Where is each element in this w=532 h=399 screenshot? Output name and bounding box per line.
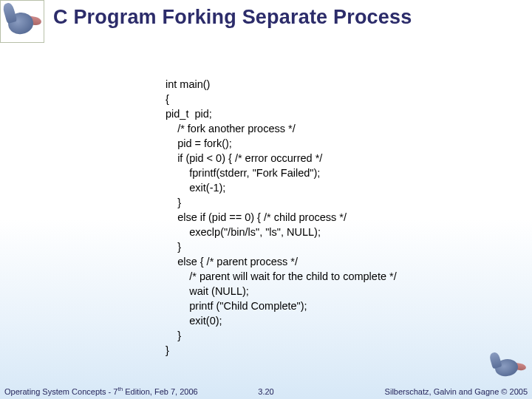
footer-right: Silberschatz, Galvin and Gagne © 2005 <box>385 387 528 396</box>
footer: Operating System Concepts - 7th Edition,… <box>0 383 532 396</box>
slide-title: C Program Forking Separate Process <box>53 6 525 29</box>
dinosaur-logo-top <box>0 0 44 43</box>
code-block: int main() { pid_t pid; /* fork another … <box>166 77 397 358</box>
dinosaur-logo-bottom <box>488 350 528 383</box>
